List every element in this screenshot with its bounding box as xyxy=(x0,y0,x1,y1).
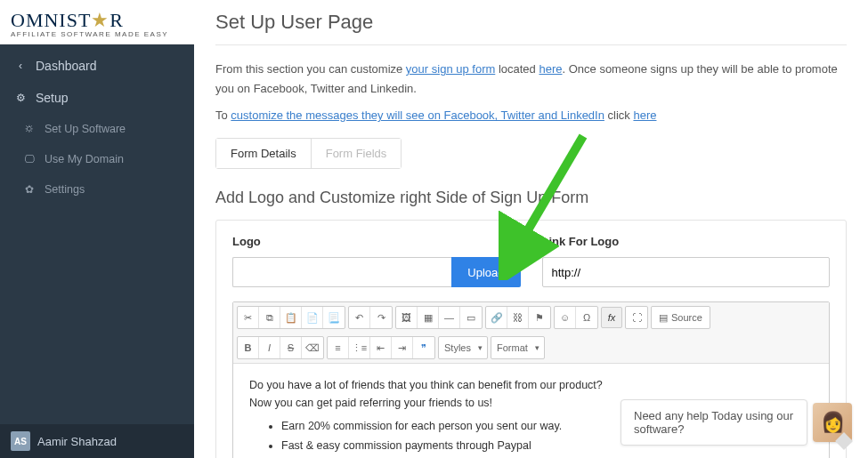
nav: ‹ Dashboard ⚙ Setup ⛭ Set Up Software 🖵 … xyxy=(0,44,194,205)
removeformat-icon[interactable]: ⌫ xyxy=(302,337,323,358)
nav-dashboard-label: Dashboard xyxy=(36,59,97,73)
logo-word-b: R xyxy=(110,9,124,31)
link-signup-form[interactable]: your sign up form xyxy=(406,62,495,76)
tab-form-fields[interactable]: Form Fields xyxy=(311,139,402,168)
nav-item-label: Settings xyxy=(45,183,85,196)
paste-word-icon[interactable]: 📃 xyxy=(323,307,345,328)
maximize-icon[interactable]: ⛶ xyxy=(626,307,647,328)
indent-icon[interactable]: ⇥ xyxy=(392,337,413,358)
paste-text-icon[interactable]: 📄 xyxy=(302,307,323,328)
unlink-icon[interactable]: ⛓ xyxy=(507,307,529,328)
nav-settings[interactable]: ✿ Settings xyxy=(0,174,194,205)
source-button[interactable]: ▤ Source xyxy=(651,306,710,329)
logo-file-input[interactable] xyxy=(232,257,451,287)
smiley-icon[interactable]: ☺ xyxy=(555,307,576,328)
main-content: Set Up User Page From this section you c… xyxy=(194,0,868,458)
cut-icon[interactable]: ✂ xyxy=(238,307,259,328)
bold-icon[interactable]: B xyxy=(238,337,259,358)
gear-icon: ✿ xyxy=(23,183,36,196)
link-label: Link For Logo xyxy=(542,235,831,248)
link-customize-messages[interactable]: customize the messages they will see on … xyxy=(231,108,604,122)
link-icon[interactable]: 🔗 xyxy=(486,307,507,328)
tabs: Form Details Form Fields xyxy=(215,138,402,169)
paste-icon[interactable]: 📋 xyxy=(280,307,302,328)
nav-dashboard[interactable]: ‹ Dashboard xyxy=(0,50,194,82)
redo-icon[interactable]: ↷ xyxy=(370,307,392,328)
hr-icon[interactable]: ― xyxy=(439,307,460,328)
bullet-list-icon[interactable]: ⋮≡ xyxy=(349,337,370,358)
link-here-2[interactable]: here xyxy=(633,108,656,122)
logo: OMNIST★R AFFILIATE SOFTWARE MADE EASY xyxy=(0,0,194,44)
chat-bubble[interactable]: Need any help Today using our software? xyxy=(621,399,807,446)
page-title: Set Up User Page xyxy=(215,11,847,34)
gauge-icon: ⚙ xyxy=(14,92,27,104)
undo-icon[interactable]: ↶ xyxy=(349,307,370,328)
logo-star-icon: ★ xyxy=(91,9,110,31)
chevron-left-icon: ‹ xyxy=(14,60,27,72)
link-here-1[interactable]: here xyxy=(539,62,562,76)
strike-icon[interactable]: S xyxy=(280,337,302,358)
image-icon[interactable]: 🖼 xyxy=(396,307,418,328)
sidebar: OMNIST★R AFFILIATE SOFTWARE MADE EASY ‹ … xyxy=(0,0,194,458)
upload-group: Upload xyxy=(232,257,521,287)
logo-word-a: OMNIST xyxy=(11,9,91,31)
nav-item-label: Set Up Software xyxy=(45,123,126,135)
divider xyxy=(215,44,847,45)
upload-button[interactable]: Upload xyxy=(451,257,520,287)
anchor-icon[interactable]: ⚑ xyxy=(529,307,550,328)
copy-icon[interactable]: ⧉ xyxy=(259,307,280,328)
blockquote-icon[interactable]: ❞ xyxy=(413,337,434,358)
embed-icon[interactable]: ▭ xyxy=(460,307,482,328)
logo-link-input[interactable] xyxy=(542,257,831,287)
nav-setup-label: Setup xyxy=(36,91,69,105)
styles-select[interactable]: Styles xyxy=(438,336,488,359)
logo-label: Logo xyxy=(232,235,521,248)
nav-item-label: Use My Domain xyxy=(45,153,124,165)
sliders-icon: ⛭ xyxy=(23,123,36,135)
nav-setup[interactable]: ⚙ Setup xyxy=(0,82,194,114)
outdent-icon[interactable]: ⇤ xyxy=(370,337,392,358)
nav-setup-software[interactable]: ⛭ Set Up Software xyxy=(0,114,194,144)
specialchar-icon[interactable]: Ω xyxy=(576,307,597,328)
source-icon: ▤ xyxy=(659,312,668,324)
chat-widget[interactable]: Need any help Today using our software? … xyxy=(621,399,852,446)
italic-icon[interactable]: I xyxy=(259,337,280,358)
logo-tagline: AFFILIATE SOFTWARE MADE EASY xyxy=(11,30,183,38)
format-select[interactable]: Format xyxy=(491,336,545,359)
nav-use-my-domain[interactable]: 🖵 Use My Domain xyxy=(0,144,194,174)
editor-line: Do you have a lot of friends that you th… xyxy=(249,376,813,394)
intro-paragraph-1: From this section you can customize your… xyxy=(215,60,847,99)
user-name: Aamir Shahzad xyxy=(37,435,117,448)
table-icon[interactable]: ▦ xyxy=(418,307,439,328)
fx-button[interactable]: fx xyxy=(601,307,622,328)
numbered-list-icon[interactable]: ≡ xyxy=(328,337,349,358)
user-avatar: AS xyxy=(11,431,30,451)
intro-paragraph-2: To customize the messages they will see … xyxy=(215,106,847,125)
editor-toolbar: ✂ ⧉ 📋 📄 📃 ↶ ↷ 🖼 ▦ ― ▭ 🔗 xyxy=(233,302,829,364)
monitor-icon: 🖵 xyxy=(23,153,36,165)
section-heading: Add Logo and Customize right Side of Sig… xyxy=(215,189,847,207)
tab-form-details[interactable]: Form Details xyxy=(216,139,311,168)
user-bar[interactable]: AS Aamir Shahzad xyxy=(0,424,194,458)
